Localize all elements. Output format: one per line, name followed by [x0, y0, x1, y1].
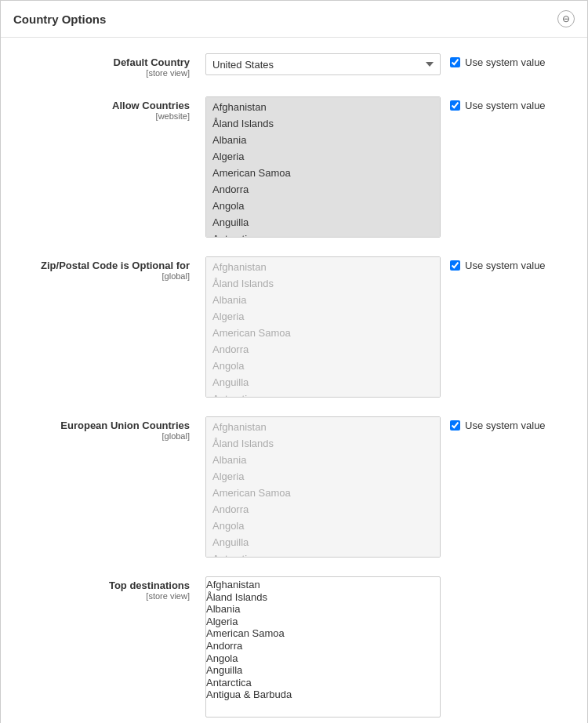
- list-item[interactable]: Antarctica: [206, 231, 440, 238]
- allow-countries-row: Allow Countries [website] Afghanistan Ål…: [13, 96, 575, 238]
- list-item[interactable]: American Samoa: [206, 627, 440, 640]
- list-item[interactable]: Andorra: [206, 501, 440, 518]
- zip-postal-row: Zip/Postal Code is Optional for [global]…: [13, 256, 575, 398]
- list-item[interactable]: American Samoa: [206, 485, 440, 501]
- list-item[interactable]: Angola: [206, 198, 440, 214]
- default-country-label: Default Country: [114, 56, 191, 68]
- list-item[interactable]: Afghanistan: [206, 419, 440, 435]
- list-item[interactable]: Angola: [206, 518, 440, 534]
- allow-countries-control: Afghanistan Åland Islands Albania Algeri…: [205, 96, 575, 238]
- zip-postal-system-label: Use system value: [465, 260, 546, 271]
- list-item[interactable]: Algeria: [206, 148, 440, 165]
- default-country-row: Default Country [store view] United Stat…: [13, 53, 575, 78]
- zip-postal-control: Afghanistan Åland Islands Albania Algeri…: [205, 256, 575, 398]
- list-item[interactable]: Andorra: [206, 341, 440, 358]
- eu-countries-control: Afghanistan Åland Islands Albania Algeri…: [205, 416, 575, 558]
- list-item[interactable]: Angola: [206, 358, 440, 374]
- form-body: Default Country [store view] United Stat…: [1, 38, 587, 723]
- page-title: Country Options: [13, 13, 106, 26]
- list-item[interactable]: Åland Islands: [206, 275, 440, 292]
- page-header: Country Options ⊖: [1, 1, 587, 38]
- allow-countries-system-label: Use system value: [465, 100, 546, 111]
- list-item[interactable]: Afghanistan: [206, 259, 440, 275]
- eu-countries-system-checkbox[interactable]: [450, 420, 460, 431]
- list-item[interactable]: Åland Islands: [206, 591, 440, 604]
- page-container: Country Options ⊖ Default Country [store…: [0, 0, 588, 723]
- list-item[interactable]: Afghanistan: [206, 99, 440, 115]
- default-country-system-value: Use system value: [450, 53, 546, 68]
- allow-countries-sublabel: [website]: [13, 111, 190, 121]
- list-item[interactable]: Antarctica: [206, 550, 440, 558]
- default-country-control: United States Use system value: [205, 53, 575, 75]
- list-item[interactable]: Algeria: [206, 308, 440, 325]
- list-item[interactable]: Andorra: [206, 640, 440, 652]
- allow-countries-system-checkbox[interactable]: [450, 100, 460, 111]
- eu-countries-system-value: Use system value: [450, 416, 546, 431]
- list-item[interactable]: Algeria: [206, 468, 440, 485]
- zip-postal-select[interactable]: Afghanistan Åland Islands Albania Algeri…: [205, 256, 441, 398]
- eu-countries-label: European Union Countries: [60, 420, 190, 431]
- top-destinations-label: Top destinations: [109, 579, 190, 591]
- list-item[interactable]: Anguilla: [206, 534, 440, 550]
- top-destinations-row: Top destinations [store view] Afghanista…: [13, 576, 575, 718]
- list-item[interactable]: Åland Islands: [206, 115, 440, 132]
- list-item[interactable]: Angola: [206, 652, 440, 665]
- list-item[interactable]: Åland Islands: [206, 435, 440, 452]
- list-item[interactable]: Albania: [206, 452, 440, 468]
- eu-countries-select[interactable]: Afghanistan Åland Islands Albania Algeri…: [205, 416, 441, 558]
- list-item[interactable]: Anguilla: [206, 214, 440, 231]
- zip-postal-label: Zip/Postal Code is Optional for: [41, 260, 190, 271]
- list-item[interactable]: Algeria: [206, 616, 440, 628]
- list-item[interactable]: Albania: [206, 132, 440, 148]
- list-item[interactable]: Antarctica: [206, 391, 440, 398]
- eu-countries-system-label: Use system value: [465, 420, 546, 431]
- default-country-select[interactable]: United States: [205, 53, 441, 75]
- list-item[interactable]: Anguilla: [206, 374, 440, 391]
- zip-postal-label-col: Zip/Postal Code is Optional for [global]: [13, 256, 205, 281]
- list-item[interactable]: Andorra: [206, 181, 440, 198]
- top-destinations-label-col: Top destinations [store view]: [13, 576, 205, 601]
- list-item[interactable]: Antarctica: [206, 677, 440, 689]
- eu-countries-label-col: European Union Countries [global]: [13, 416, 205, 441]
- default-country-system-checkbox[interactable]: [450, 57, 460, 67]
- zip-postal-system-value: Use system value: [450, 256, 546, 271]
- default-country-sublabel: [store view]: [13, 68, 190, 78]
- list-item[interactable]: American Samoa: [206, 165, 440, 181]
- list-item[interactable]: Anguilla: [206, 664, 440, 677]
- default-country-system-label: Use system value: [465, 56, 546, 68]
- list-item[interactable]: American Samoa: [206, 325, 440, 341]
- eu-countries-row: European Union Countries [global] Afghan…: [13, 416, 575, 558]
- allow-countries-label-col: Allow Countries [website]: [13, 96, 205, 121]
- top-destinations-sublabel: [store view]: [13, 591, 190, 601]
- allow-countries-system-value: Use system value: [450, 96, 546, 111]
- top-destinations-control: Afghanistan Åland Islands Albania Algeri…: [205, 576, 575, 718]
- zip-postal-system-checkbox[interactable]: [450, 260, 460, 271]
- allow-countries-label: Allow Countries: [112, 100, 190, 111]
- top-destinations-select[interactable]: Afghanistan Åland Islands Albania Algeri…: [205, 576, 441, 718]
- list-item[interactable]: Afghanistan: [206, 579, 440, 591]
- list-item[interactable]: Antigua & Barbuda: [206, 688, 440, 701]
- eu-countries-sublabel: [global]: [13, 431, 190, 441]
- list-item[interactable]: Albania: [206, 603, 440, 616]
- allow-countries-select[interactable]: Afghanistan Åland Islands Albania Algeri…: [205, 96, 441, 238]
- zip-postal-sublabel: [global]: [13, 271, 190, 281]
- collapse-icon[interactable]: ⊖: [557, 10, 575, 27]
- list-item[interactable]: Albania: [206, 292, 440, 308]
- default-country-label-col: Default Country [store view]: [13, 53, 205, 78]
